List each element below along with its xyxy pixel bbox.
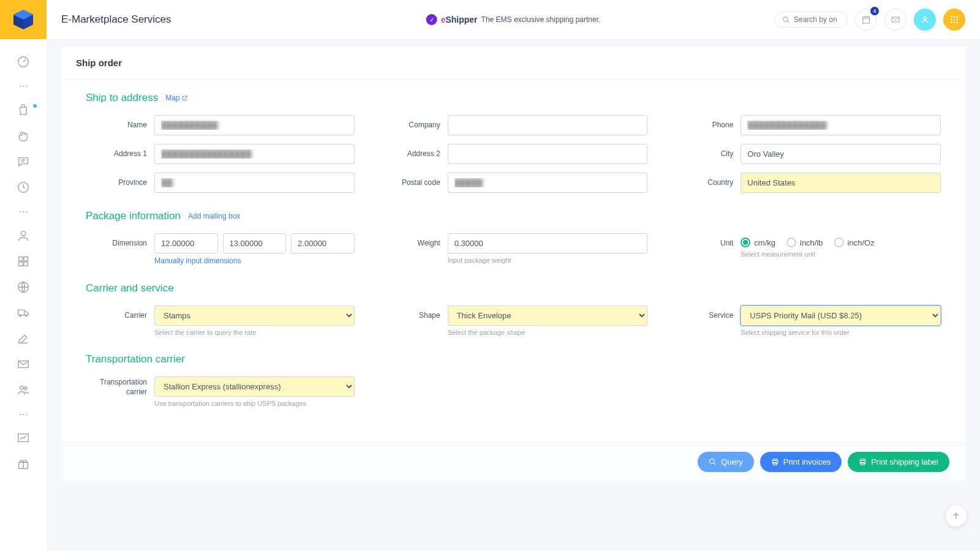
- sidebar-divider-2: ⋯: [18, 206, 29, 217]
- card-title: Ship order: [61, 47, 965, 80]
- shape-label: Shape: [379, 305, 440, 320]
- company-label: Company: [379, 115, 440, 129]
- external-link-icon: [181, 95, 188, 102]
- svg-point-21: [924, 17, 927, 20]
- logo[interactable]: [0, 0, 47, 39]
- avatar-icon: [919, 14, 930, 25]
- city-label: City: [672, 144, 733, 158]
- svg-point-31: [710, 459, 715, 464]
- svg-point-24: [956, 16, 958, 18]
- sidebar-mail[interactable]: [16, 357, 31, 372]
- hand-icon: [17, 129, 30, 143]
- package-section-title: Package information Add mailing box: [86, 210, 941, 222]
- add-mailing-box-link[interactable]: Add mailing box: [188, 212, 240, 220]
- company-field[interactable]: [448, 115, 648, 135]
- svg-point-28: [951, 21, 952, 23]
- sidebar-orders[interactable]: [16, 103, 31, 118]
- dimensions-help-link[interactable]: Manually input dimensions: [154, 257, 241, 265]
- sidebar-products[interactable]: [16, 129, 31, 143]
- unit-cmkg[interactable]: cm/kg: [741, 238, 775, 247]
- sidebar-history[interactable]: [16, 180, 31, 195]
- postal-label: Postal code: [379, 173, 440, 187]
- main-content: Ship order Ship to address Map Name Comp…: [47, 0, 980, 497]
- transport-help: Use transportation carriers to ship USPS…: [154, 400, 355, 407]
- carrier-select[interactable]: Stamps: [154, 305, 355, 326]
- sidebar-messages[interactable]: [16, 154, 31, 169]
- name-label: Name: [86, 115, 147, 129]
- radio-icon: [834, 238, 844, 247]
- print-invoices-button[interactable]: Print invoices: [760, 452, 842, 472]
- sidebar-divider-3: ⋯: [18, 408, 29, 420]
- unit-inchlb[interactable]: inch/lb: [786, 238, 823, 247]
- weight-field[interactable]: [448, 233, 648, 253]
- service-help: Select shipping service for this order: [741, 329, 941, 336]
- clock-icon: [17, 181, 30, 194]
- carrier-label: Carrier: [86, 305, 147, 320]
- transport-section-title: Transportation carrier: [86, 353, 941, 365]
- carrier-help: Select the carrier to query the rate: [154, 329, 355, 336]
- dimension-label: Dimension: [86, 233, 147, 247]
- svg-point-23: [954, 16, 956, 18]
- name-field[interactable]: [154, 115, 355, 135]
- apps-button[interactable]: [943, 9, 965, 31]
- address1-field[interactable]: [154, 144, 355, 164]
- edit-icon: [17, 332, 30, 345]
- svg-point-5: [21, 231, 25, 236]
- svg-point-30: [956, 21, 958, 23]
- search-input-wrap[interactable]: [774, 12, 848, 28]
- country-field[interactable]: [741, 173, 941, 193]
- address2-label: Address 2: [379, 144, 440, 158]
- carrier-section-title: Carrier and service: [86, 282, 941, 294]
- city-field[interactable]: [741, 144, 941, 164]
- sidebar-shipping[interactable]: [16, 305, 31, 320]
- chart-icon: [17, 432, 30, 445]
- logo-cube-icon: [11, 7, 36, 32]
- query-button[interactable]: Query: [698, 452, 753, 472]
- svg-point-15: [24, 387, 27, 390]
- shape-select[interactable]: Thick Envelope: [448, 305, 648, 326]
- sidebar-analytics[interactable]: [16, 431, 31, 446]
- service-select[interactable]: USPS Priority Mail (USD $8.25): [741, 305, 941, 326]
- ship-to-section-title: Ship to address Map: [86, 92, 941, 104]
- notifications-button[interactable]: [855, 9, 877, 31]
- address1-label: Address 1: [86, 144, 147, 158]
- phone-field[interactable]: [741, 115, 941, 135]
- radio-icon: [741, 238, 750, 247]
- chat-icon: [17, 155, 30, 168]
- svg-point-11: [20, 315, 21, 317]
- shape-help: Select the package shape: [448, 329, 648, 336]
- unit-inchoz[interactable]: inch/Oz: [834, 238, 875, 247]
- svg-point-27: [956, 19, 958, 21]
- avatar-button[interactable]: [914, 9, 936, 31]
- sidebar-inventory[interactable]: [16, 254, 31, 269]
- svg-point-29: [954, 21, 956, 23]
- svg-point-18: [783, 17, 788, 21]
- dim3-field[interactable]: [291, 233, 355, 253]
- partner-info: ✓ eShipper The EMS exclusive shipping pa…: [426, 14, 601, 25]
- sidebar-gift[interactable]: [16, 457, 31, 471]
- sidebar-customers[interactable]: [16, 383, 31, 397]
- dim1-field[interactable]: [154, 233, 218, 253]
- gauge-icon: [17, 55, 30, 69]
- transport-select[interactable]: Stallion Express (stallionexpress): [154, 377, 355, 397]
- globe-icon: [17, 280, 30, 294]
- print-label-button[interactable]: Print shipping label: [848, 452, 949, 472]
- province-field[interactable]: [154, 173, 355, 193]
- dim2-field[interactable]: [223, 233, 287, 253]
- ship-order-card: Ship order Ship to address Map Name Comp…: [61, 47, 965, 482]
- user-icon: [17, 229, 30, 242]
- sidebar-edit[interactable]: [16, 331, 31, 346]
- grid-icon: [17, 255, 30, 268]
- card-footer: Query Print invoices Print shipping labe…: [61, 441, 965, 482]
- address2-field[interactable]: [448, 144, 648, 164]
- postal-field[interactable]: [448, 173, 648, 193]
- map-link[interactable]: Map: [165, 94, 188, 102]
- sidebar-dashboard[interactable]: [16, 54, 31, 69]
- search-input[interactable]: [794, 15, 837, 24]
- bag-icon: [17, 103, 30, 117]
- mail-button[interactable]: [884, 9, 907, 31]
- sidebar: ⋯ ⋯ ⋯: [0, 0, 47, 497]
- sidebar-account[interactable]: [16, 228, 31, 243]
- sidebar-global[interactable]: [16, 280, 31, 294]
- print-icon: [859, 458, 867, 466]
